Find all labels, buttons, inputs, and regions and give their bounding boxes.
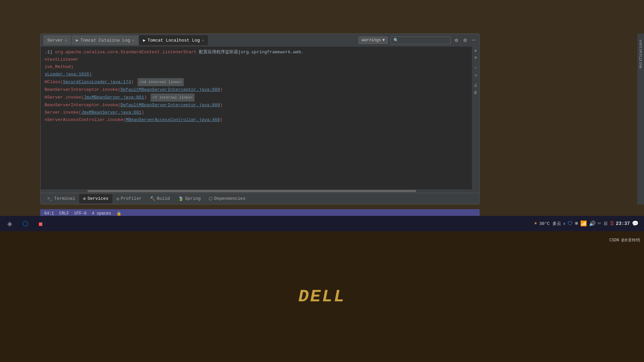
csdn-watermark: CSDN @水音铃铛 <box>609 237 640 243</box>
bottom-tab-dependencies[interactable]: ⬡ Dependencies <box>205 194 250 203</box>
app1-icon[interactable]: S <box>610 220 614 227</box>
status-indent: 4 spaces <box>92 211 111 216</box>
weather-icon: ☀ <box>534 220 537 227</box>
search-box[interactable]: 🔍 <box>390 37 451 44</box>
bottom-tabs: >_ Terminal ⊙ Services ◎ Profiler 🔨 Buil… <box>41 193 479 204</box>
log-line: sLoader.java:1016) <box>41 71 472 78</box>
spring-icon: 🍃 <box>178 196 183 201</box>
log-line: ive_Method) <box>41 63 472 71</box>
keyboard-icon: ⌨ <box>598 220 601 227</box>
weather-temp: 30°C 多云 <box>539 221 561 227</box>
search-icon: 🔍 <box>393 38 398 43</box>
tab-catalina-icon: ▶ <box>76 38 78 43</box>
network-icon: 📶 <box>580 220 587 227</box>
print-icon[interactable]: 🖨 <box>473 83 478 88</box>
bottom-tab-terminal[interactable]: >_ Terminal <box>43 194 79 203</box>
log-line: BeanServerInterceptor.invoke(DefaultMBea… <box>41 102 472 109</box>
logo-icon: ◈ <box>7 219 12 229</box>
tab-catalina-close[interactable]: ✕ <box>132 38 135 43</box>
tab-server-close[interactable]: ✕ <box>65 38 67 43</box>
log-content-area: .1] org.apache.catalina.core.StandardCon… <box>41 47 479 189</box>
bottom-tab-services-label: Services <box>88 196 108 201</box>
expand-btn-7[interactable]: <7 internal lines> <box>151 94 195 102</box>
volume-icon[interactable]: 🔊 <box>589 220 596 227</box>
expand-btn-19[interactable]: <19 internal lines> <box>138 78 183 86</box>
status-crlf: CRLF <box>59 211 69 216</box>
log-lines-container: .1] org.apache.catalina.core.StandardCon… <box>41 47 472 189</box>
bottom-tab-spring[interactable]: 🍃 Spring <box>174 194 205 203</box>
tab-catalina[interactable]: ▶ Tomcat Catalina Log ✕ <box>72 35 138 45</box>
tab-server-label: Server <box>47 38 63 43</box>
side-icons: ▲ ▼ ↩ ⇅ 🖨 🗑 <box>472 47 479 189</box>
toolbar-right: warnings ▼ 🔍 ⚙ ⚙ — <box>359 36 477 44</box>
sort-icon[interactable]: ⇅ <box>473 73 478 78</box>
dell-logo: DELL <box>299 287 346 307</box>
notifications-label: Notifications <box>639 40 643 68</box>
taskbar-intellij[interactable]: ◼ <box>34 217 48 230</box>
settings-icon[interactable]: ⚙ <box>453 36 460 44</box>
bottom-tab-dependencies-label: Dependencies <box>214 196 246 201</box>
bottom-tab-profiler[interactable]: ◎ Profiler <box>112 194 146 203</box>
bottom-tab-terminal-label: Terminal <box>54 196 75 201</box>
bottom-tab-profiler-label: Profiler <box>121 196 142 201</box>
tab-catalina-label: Tomcat Catalina Log <box>80 38 130 43</box>
services-icon: ⊙ <box>83 196 86 201</box>
taskbar: ◈ ⬡ ◼ ☀ 30°C 多云 ∧ 🛡 ■ 📶 🔊 ⌨ 🖥 S 23:37 💬 <box>0 216 644 231</box>
filter-dropdown[interactable]: warnings ▼ <box>359 37 388 44</box>
dependencies-icon: ⬡ <box>209 196 212 201</box>
tab-localhost[interactable]: ▶ Tomcat Localhost Log ✕ <box>139 35 208 45</box>
bottom-tab-services[interactable]: ⊙ Services <box>79 194 112 203</box>
vscode-icon: ⬡ <box>22 220 28 228</box>
h-scroll-thumb <box>88 190 416 192</box>
status-utf8: UTF-8 <box>74 211 87 216</box>
terminal-icon: >_ <box>47 196 53 201</box>
log-line: .1] org.apache.catalina.core.StandardCon… <box>41 49 472 56</box>
taskbar-vscode[interactable]: ⬡ <box>18 217 32 230</box>
taskbar-right: ☀ 30°C 多云 ∧ 🛡 ■ 📶 🔊 ⌨ 🖥 S 23:37 💬 <box>531 220 641 227</box>
chat-icon[interactable]: 💬 <box>632 220 639 227</box>
stop-icon[interactable]: ■ <box>575 221 578 227</box>
notifications-panel: Notifications <box>637 34 644 204</box>
log-line: Server.invoke(JmxMBeanServer.java:801) <box>41 109 472 116</box>
minimize-icon[interactable]: — <box>471 37 477 44</box>
bottom-tab-build-label: Build <box>157 196 170 201</box>
taskbar-logo[interactable]: ◈ <box>3 217 17 230</box>
log-line: ⊟Class(SecureClassLoader.java:174) <19 i… <box>41 78 472 86</box>
monitor-icon: 🖥 <box>603 221 608 227</box>
clock: 23:37 <box>616 221 630 226</box>
scroll-up-icon[interactable]: ▲ <box>473 48 478 53</box>
status-lock-icon: 🔒 <box>116 211 121 216</box>
delete-icon[interactable]: 🗑 <box>473 90 478 96</box>
log-line: nServerAccessController.invoke(MBeanServ… <box>41 116 472 124</box>
filter-chevron-icon: ▼ <box>382 38 385 43</box>
log-line: BeanServerInterceptor.invoke(DefaultMBea… <box>41 86 472 94</box>
shield-icon: 🛡 <box>568 221 573 227</box>
log-line: ntextListener <box>41 56 472 63</box>
profiler-icon: ◎ <box>116 196 119 201</box>
log-line: ⊟Server.invoke(JmxMBeanServer.java:801) … <box>41 94 472 102</box>
build-icon: 🔨 <box>150 196 155 201</box>
intellij-icon: ◼ <box>39 220 43 228</box>
desktop: DELL <box>0 231 644 362</box>
bottom-tab-spring-label: Spring <box>185 196 201 201</box>
tab-server[interactable]: Server ✕ <box>43 35 71 45</box>
wrap-icon[interactable]: ↩ <box>473 65 478 71</box>
bottom-tab-build[interactable]: 🔨 Build <box>146 194 174 203</box>
scroll-down-icon[interactable]: ▼ <box>473 55 478 61</box>
ide-window: Server ✕ ▶ Tomcat Catalina Log ✕ ▶ Tomca… <box>40 34 480 204</box>
tab-localhost-close[interactable]: ✕ <box>202 38 204 43</box>
tab-bar: Server ✕ ▶ Tomcat Catalina Log ✕ ▶ Tomca… <box>41 34 479 47</box>
system-tray: ☀ 30°C 多云 ∧ 🛡 ■ 📶 🔊 ⌨ 🖥 S 23:37 💬 <box>531 220 641 227</box>
filter-label: warnings <box>362 38 381 43</box>
tab-localhost-icon: ▶ <box>143 38 146 43</box>
gear-icon[interactable]: ⚙ <box>462 36 468 44</box>
horizontal-scrollbar[interactable] <box>41 189 479 193</box>
status-position: 64:1 <box>44 211 54 216</box>
expand-tray-icon[interactable]: ∧ <box>563 221 566 226</box>
tab-localhost-label: Tomcat Localhost Log <box>148 38 200 43</box>
